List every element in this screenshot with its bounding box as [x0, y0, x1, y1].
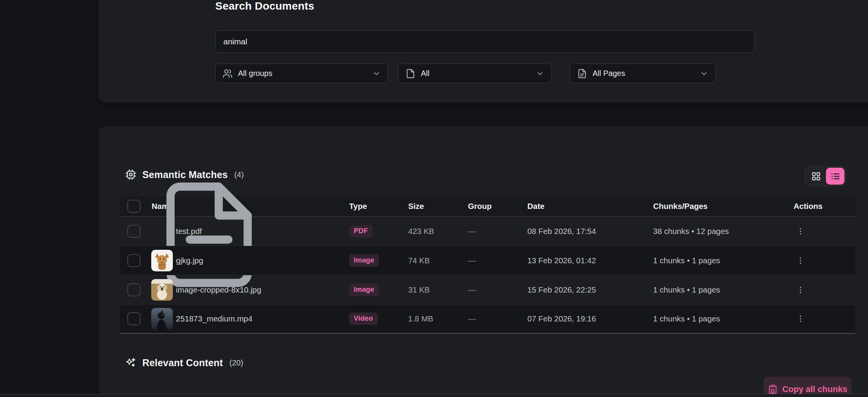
file-size: 74 KB [408, 256, 430, 265]
table-row[interactable]: 251873_medium.mp4 Video 1.8 MB — 07 Feb … [120, 304, 855, 334]
chevron-down-icon [372, 69, 381, 78]
search-input[interactable] [215, 30, 755, 53]
row-checkbox[interactable] [127, 283, 140, 296]
results-panel: Semantic Matches (4) [99, 126, 868, 397]
file-group: — [468, 256, 476, 265]
column-header-chunks: Chunks/Pages [653, 202, 708, 211]
relevant-content-count: (20) [230, 358, 243, 367]
file-size: 1.8 MB [408, 314, 433, 323]
type-filter-value: All [421, 69, 530, 78]
type-badge: Video [349, 313, 378, 325]
chevron-down-icon [536, 69, 544, 78]
file-date: 13 Feb 2026, 01:42 [527, 256, 596, 265]
clipboard-icon [768, 384, 778, 394]
sparkles-icon [125, 357, 137, 368]
results-table: Name Type Size Group Date Chunks/Pages A… [120, 196, 855, 334]
column-header-group: Group [468, 202, 492, 211]
list-view-button[interactable] [826, 168, 844, 185]
type-badge: Image [349, 284, 379, 296]
users-icon [223, 69, 233, 79]
pages-filter-value: All Pages [593, 69, 694, 78]
pages-filter-dropdown[interactable]: All Pages [570, 64, 716, 83]
table-row[interactable]: test.pdf PDF 423 KB — 08 Feb 2026, 17:54… [120, 217, 855, 246]
dog-thumbnail [151, 279, 173, 301]
row-actions-menu-icon[interactable] [795, 283, 806, 296]
search-panel: Search Documents All groups All [99, 0, 868, 103]
column-header-type: Type [349, 202, 367, 211]
type-badge: PDF [349, 225, 373, 237]
file-icon [405, 69, 415, 79]
file-chunks: 38 chunks • 12 pages [653, 227, 729, 236]
file-chunks: 1 chunks • 1 pages [653, 285, 720, 294]
file-group: — [468, 227, 476, 236]
bottom-edge-divider [0, 394, 868, 397]
type-filter-dropdown[interactable]: All [398, 64, 552, 83]
row-actions-menu-icon[interactable] [795, 225, 806, 238]
row-checkbox[interactable] [127, 254, 140, 267]
file-date: 07 Feb 2026, 19:16 [527, 314, 596, 323]
relevant-content-title: Relevant Content [142, 357, 223, 368]
column-header-actions: Actions [794, 202, 822, 211]
file-chunks: 1 chunks • 1 pages [653, 314, 720, 323]
page-title: Search Documents [215, 0, 314, 12]
video-thumbnail [151, 308, 173, 330]
table-row[interactable]: gjkg.jpg Image 74 KB — 13 Feb 2026, 01:4… [120, 246, 855, 275]
groups-filter-dropdown[interactable]: All groups [215, 64, 388, 83]
row-actions-menu-icon[interactable] [795, 312, 806, 325]
column-header-date: Date [527, 202, 544, 211]
table-row[interactable]: image-cropped-8x10.jpg Image 31 KB — 15 … [120, 275, 855, 304]
column-header-size: Size [408, 202, 424, 211]
file-name: test.pdf [176, 227, 202, 236]
file-text-icon [577, 69, 587, 79]
page: Search Documents All groups All [0, 0, 868, 397]
chevron-down-icon [700, 69, 708, 78]
file-date: 08 Feb 2026, 17:54 [527, 227, 596, 236]
file-name: gjkg.jpg [176, 256, 203, 265]
relevant-content-header: Relevant Content (20) [125, 357, 243, 368]
row-checkbox[interactable] [127, 225, 140, 238]
grid-view-button[interactable] [807, 168, 825, 185]
view-toggle [805, 166, 846, 186]
select-all-checkbox[interactable] [127, 200, 140, 213]
groups-filter-value: All groups [238, 69, 367, 78]
row-actions-menu-icon[interactable] [795, 254, 806, 267]
row-checkbox[interactable] [127, 312, 140, 325]
list-view-icon [831, 172, 840, 181]
file-size: 31 KB [408, 285, 430, 294]
file-name: image-cropped-8x10.jpg [176, 285, 261, 294]
type-badge: Image [349, 254, 379, 267]
cat-thumbnail [151, 250, 173, 271]
file-name: 251873_medium.mp4 [176, 314, 252, 323]
file-group: — [468, 314, 476, 323]
file-group: — [468, 285, 476, 294]
grid-view-icon [811, 172, 821, 181]
file-chunks: 1 chunks • 1 pages [653, 256, 720, 265]
cpu-icon [125, 169, 137, 180]
copy-all-chunks-label: Copy all chunks [782, 384, 848, 394]
file-date: 15 Feb 2026, 22:25 [527, 285, 596, 294]
file-size: 423 KB [408, 227, 434, 236]
